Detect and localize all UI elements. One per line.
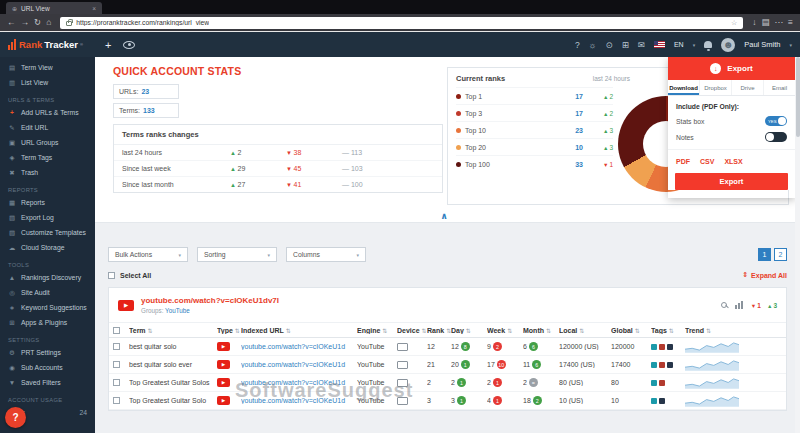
column-header-day[interactable]: Day⇅ — [451, 327, 487, 334]
chat-icon[interactable]: ✉ — [638, 40, 645, 50]
sort-icon: ⇅ — [286, 327, 291, 334]
sidebar-item[interactable]: ◈ Term Tags — [0, 150, 95, 165]
column-header-engine[interactable]: Engine⇅ — [357, 327, 397, 334]
location-icon[interactable]: ⊙ — [606, 40, 613, 50]
trend-cell — [685, 394, 782, 407]
sidebar-item[interactable]: ▧ Export Log — [0, 210, 95, 225]
dropdown-select[interactable]: Sorting ▾ — [197, 247, 277, 262]
sidebar-item[interactable]: ◉ Sub Accounts — [0, 360, 95, 375]
sidebar-item[interactable]: ☁ Cloud Storage — [0, 240, 95, 255]
sidebar-section-label: URLS & TERMS — [0, 90, 95, 105]
indexed-url-link[interactable]: youtube.com/watch?v=cIOKeU1d — [241, 397, 357, 404]
column-header-tags[interactable]: Tags⇅ — [651, 327, 685, 334]
column-header-month[interactable]: Month⇅ — [523, 327, 559, 334]
indexed-url-link[interactable]: youtube.com/watch?v=cIOKeU1d — [241, 379, 357, 386]
row-checkbox[interactable] — [113, 397, 120, 404]
column-header-device[interactable]: Device⇅ — [397, 327, 427, 334]
select-all-checkbox[interactable] — [108, 272, 115, 279]
row-checkbox[interactable] — [113, 361, 120, 368]
language-label[interactable]: EN — [674, 41, 684, 48]
close-tab-icon[interactable]: × — [92, 5, 96, 12]
column-header-type[interactable]: Type⇅ — [217, 327, 241, 334]
export-tab[interactable]: Drive — [732, 80, 764, 95]
toggle-switch[interactable] — [765, 132, 787, 142]
dropdown-select[interactable]: Bulk Actions ▾ — [108, 247, 188, 262]
pagination-page[interactable]: 1 — [758, 248, 771, 261]
export-button[interactable]: ↓ Export — [668, 57, 795, 80]
chart-icon[interactable] — [735, 301, 743, 309]
column-header-rank[interactable]: Rank⇅ — [427, 327, 451, 334]
address-bar[interactable]: https://proranktracker.com/rankings/url_… — [60, 17, 743, 29]
browser-tab[interactable]: ⊕ URL View × — [6, 2, 102, 14]
sidebar-item[interactable]: ▦ Reports — [0, 195, 95, 210]
forward-icon[interactable]: → — [21, 18, 30, 27]
view-mode-icon[interactable] — [123, 41, 135, 49]
sidebar-item[interactable]: ∗ Keyword Suggestions — [0, 300, 95, 315]
sidebar-item[interactable]: ▥ List View — [0, 75, 95, 90]
toggle-switch[interactable]: YES — [765, 116, 787, 126]
sidebar-item[interactable]: ▤ Term View — [0, 60, 95, 75]
sidebar-item[interactable]: ⊞ Apps & Plugins — [0, 315, 95, 330]
refresh-icon[interactable]: ↻ — [34, 18, 41, 27]
downloads-icon[interactable]: ↓ — [752, 18, 756, 27]
sidebar-item[interactable]: ▲ Rankings Discovery — [0, 270, 95, 285]
user-name[interactable]: Paul Smith — [744, 40, 780, 49]
hamburger-menu-icon[interactable]: ≡ — [788, 18, 793, 27]
group-link[interactable]: YouTube — [165, 307, 190, 314]
home-icon[interactable]: ⌂ — [46, 18, 51, 27]
bookmark-star-icon[interactable]: ☆ — [731, 19, 737, 27]
column-header-week[interactable]: Week⇅ — [487, 327, 523, 334]
sidebar-item[interactable]: ▣ URL Groups — [0, 135, 95, 150]
export-tab[interactable]: Email — [764, 80, 795, 95]
header-checkbox[interactable] — [113, 327, 120, 334]
search-icon[interactable] — [721, 302, 727, 308]
table-row[interactable]: best guitar solo ever ▶ youtube.com/watc… — [109, 356, 786, 374]
sidebar-item[interactable]: ◎ Site Audit — [0, 285, 95, 300]
format-link[interactable]: CSV — [700, 158, 714, 165]
scrollbar-thumb[interactable] — [796, 57, 800, 137]
whats-new-icon[interactable]: ☼ — [589, 40, 597, 50]
sidebar-item[interactable]: + Add URLs & Terms — [0, 105, 95, 120]
apps-grid-icon[interactable]: ⊞ — [622, 40, 629, 50]
column-header-term[interactable]: Term⇅ — [129, 327, 217, 334]
column-header-trend[interactable]: Trend⇅ — [685, 327, 782, 334]
url-card: ▶ youtube.com/watch?v=cIOKeU1dv7I Groups… — [108, 287, 787, 411]
quick-add-button[interactable]: + — [105, 39, 111, 51]
export-submit-button[interactable]: Export — [675, 173, 788, 190]
collapse-stats-button[interactable]: ∧ — [440, 211, 447, 221]
row-checkbox[interactable] — [113, 343, 120, 350]
back-icon[interactable]: ← — [7, 18, 16, 27]
indexed-url-link[interactable]: youtube.com/watch?v=cIOKeU1d — [241, 361, 357, 368]
help-chat-button[interactable]: ? — [5, 407, 26, 428]
list-view-icon: ▥ — [8, 79, 16, 87]
column-header-indexed-url[interactable]: Indexed URL⇅ — [241, 327, 357, 334]
table-row[interactable]: Top Greatest Guitar Solo ▶ youtube.com/w… — [109, 392, 786, 410]
month-cell: 2= — [523, 378, 559, 387]
sidebar-item[interactable]: ✖ Trash — [0, 165, 95, 180]
indexed-url-link[interactable]: youtube.com/watch?v=cIOKeU1d — [241, 343, 357, 350]
url-link[interactable]: youtube.com/watch?v=cIOKeU1dv7I — [141, 296, 279, 305]
app-logo[interactable]: RankTracker® — [0, 39, 95, 50]
table-row[interactable]: best guitar solo ▶ youtube.com/watch?v=c… — [109, 338, 786, 356]
column-header-global[interactable]: Global⇅ — [611, 327, 651, 334]
expand-all-button[interactable]: ⇕ Expand All — [742, 271, 787, 279]
sidebar-item[interactable]: ✎ Edit URL — [0, 120, 95, 135]
sidebar-item[interactable]: ▨ Customize Templates — [0, 225, 95, 240]
format-link[interactable]: PDF — [676, 158, 690, 165]
dropdown-select[interactable]: Columns ▾ — [286, 247, 366, 262]
export-tab[interactable]: Dropbox — [700, 80, 732, 95]
pagination-page[interactable]: 2 — [774, 248, 787, 261]
export-tab[interactable]: Download — [668, 80, 700, 95]
scrollbar[interactable] — [795, 57, 800, 433]
notifications-bell-icon[interactable] — [704, 41, 712, 48]
table-row[interactable]: Top Greatest Guitar Solos ▶ youtube.com/… — [109, 374, 786, 392]
format-link[interactable]: XLSX — [724, 158, 742, 165]
sidebar-item[interactable]: ⚙ PRT Settings — [0, 345, 95, 360]
library-icon[interactable]: ▤ — [762, 18, 770, 27]
help-icon[interactable]: ? — [575, 40, 580, 50]
column-header-local[interactable]: Local⇅ — [559, 327, 611, 334]
row-checkbox[interactable] — [113, 379, 120, 386]
sidebar-item[interactable]: ▼ Saved Filters — [0, 375, 95, 390]
sort-icon: ⇅ — [579, 327, 584, 334]
overflow-menu-icon[interactable]: ⋯ — [775, 18, 784, 27]
